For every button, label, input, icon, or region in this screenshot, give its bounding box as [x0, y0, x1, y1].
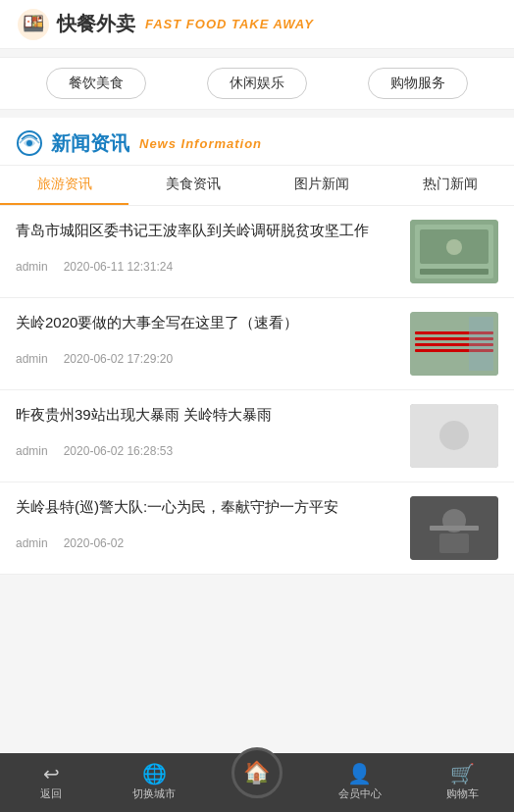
news-item-author: admin: [16, 536, 48, 550]
home-icon: 🏠: [243, 762, 270, 784]
nav-cart-label: 购物车: [446, 787, 479, 801]
news-item-author: admin: [16, 260, 48, 274]
news-tabs: 旅游资讯 美食资讯 图片新闻 热门新闻: [0, 166, 514, 206]
header-subtitle: FAST FOOD TAKE AWAY: [145, 17, 314, 31]
svg-point-3: [26, 140, 32, 146]
news-item-title: 关岭县特(巡)警大队:一心为民，奉献守护一方平安: [16, 496, 400, 519]
news-item[interactable]: 昨夜贵州39站出现大暴雨 关岭特大暴雨 admin 2020-06-02 16:…: [0, 390, 514, 482]
svg-rect-15: [469, 317, 493, 371]
home-circle: 🏠: [231, 747, 283, 798]
logo-icon: 🍱: [16, 7, 51, 42]
bottom-nav: ↩ 返回 🌐 切换城市 🏠 👤 会员中心 🛒 购物车: [0, 753, 514, 812]
news-tab-2[interactable]: 图片新闻: [257, 166, 386, 205]
news-item[interactable]: 青岛市城阳区委书记王波率队到关岭调研脱贫攻坚工作 admin 2020-06-1…: [0, 206, 514, 298]
logo-text: 快餐外卖: [57, 11, 135, 37]
svg-rect-21: [439, 533, 469, 553]
category-btn-0[interactable]: 餐饮美食: [46, 68, 146, 99]
news-header: 新闻资讯 News Information: [0, 118, 514, 166]
news-title-cn: 新闻资讯: [51, 130, 129, 157]
header: 🍱 快餐外卖 FAST FOOD TAKE AWAY: [0, 0, 514, 49]
nav-cart[interactable]: 🛒 购物车: [411, 753, 514, 812]
news-item-date: 2020-06-02: [64, 536, 124, 550]
news-item[interactable]: 关岭县特(巡)警大队:一心为民，奉献守护一方平安 admin 2020-06-0…: [0, 482, 514, 575]
news-item-thumb: [410, 312, 498, 376]
thumb-image: [410, 404, 498, 468]
news-item-content: 关岭2020要做的大事全写在这里了（速看） admin 2020-06-02 1…: [16, 312, 410, 366]
news-tab-0[interactable]: 旅游资讯: [0, 166, 128, 205]
news-item-thumb: [410, 496, 498, 560]
news-item-date: 2020-06-11 12:31:24: [64, 260, 173, 274]
news-item[interactable]: 关岭2020要做的大事全写在这里了（速看） admin 2020-06-02 1…: [0, 298, 514, 390]
news-item-content: 青岛市城阳区委书记王波率队到关岭调研脱贫攻坚工作 admin 2020-06-1…: [16, 220, 410, 274]
thumb-image: [410, 312, 498, 376]
svg-rect-8: [420, 269, 488, 275]
news-item-date: 2020-06-02 17:29:20: [64, 352, 173, 366]
news-tab-3[interactable]: 热门新闻: [386, 166, 514, 205]
news-item-thumb: [410, 220, 498, 283]
category-bar: 餐饮美食 休闲娱乐 购物服务: [0, 57, 514, 110]
nav-home[interactable]: 🏠: [206, 753, 309, 812]
thumb-image: [410, 496, 498, 560]
svg-point-18: [439, 421, 469, 450]
nav-back-label: 返回: [40, 787, 62, 801]
globe-icon: 🌐: [142, 764, 167, 784]
news-item-content: 关岭县特(巡)警大队:一心为民，奉献守护一方平安 admin 2020-06-0…: [16, 496, 410, 550]
news-item-author: admin: [16, 352, 48, 366]
news-item-content: 昨夜贵州39站出现大暴雨 关岭特大暴雨 admin 2020-06-02 16:…: [16, 404, 410, 458]
news-item-title: 昨夜贵州39站出现大暴雨 关岭特大暴雨: [16, 404, 400, 427]
nav-switch-label: 切换城市: [132, 787, 176, 801]
cart-icon: 🛒: [450, 764, 475, 784]
news-item-meta: admin 2020-06-02 16:28:53: [16, 444, 400, 458]
member-icon: 👤: [347, 764, 372, 784]
news-item-date: 2020-06-02 16:28:53: [64, 444, 173, 458]
news-item-title: 青岛市城阳区委书记王波率队到关岭调研脱贫攻坚工作: [16, 220, 400, 242]
news-item-meta: admin 2020-06-11 12:31:24: [16, 260, 400, 274]
svg-text:🍱: 🍱: [23, 13, 45, 34]
news-item-title: 关岭2020要做的大事全写在这里了（速看）: [16, 312, 400, 334]
svg-rect-22: [430, 526, 479, 531]
news-section: 新闻资讯 News Information 旅游资讯 美食资讯 图片新闻 热门新…: [0, 118, 514, 575]
nav-member-label: 会员中心: [338, 787, 382, 801]
news-title-en: News Information: [139, 136, 262, 151]
nav-member[interactable]: 👤 会员中心: [308, 753, 411, 812]
nav-back[interactable]: ↩ 返回: [0, 753, 103, 812]
back-icon: ↩: [43, 764, 60, 784]
thumb-image: [410, 220, 498, 283]
category-btn-1[interactable]: 休闲娱乐: [207, 68, 307, 99]
news-item-thumb: [410, 404, 498, 468]
category-btn-2[interactable]: 购物服务: [368, 68, 468, 99]
news-item-meta: admin 2020-06-02: [16, 536, 400, 550]
news-tab-1[interactable]: 美食资讯: [128, 166, 257, 205]
news-item-meta: admin 2020-06-02 17:29:20: [16, 352, 400, 366]
svg-point-7: [446, 239, 462, 255]
news-list: 青岛市城阳区委书记王波率队到关岭调研脱贫攻坚工作 admin 2020-06-1…: [0, 206, 514, 575]
nav-switch-city[interactable]: 🌐 切换城市: [103, 753, 206, 812]
news-icon: [16, 129, 43, 157]
news-item-author: admin: [16, 444, 48, 458]
